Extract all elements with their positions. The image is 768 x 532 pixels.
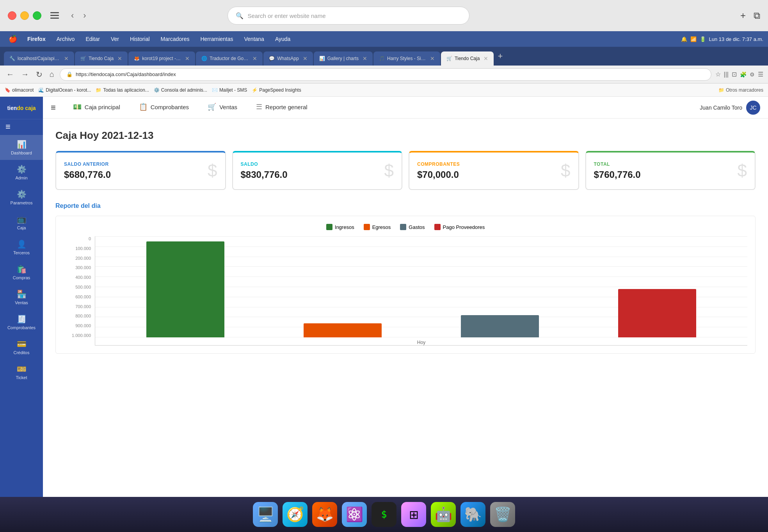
dock-trash[interactable]: 🗑️ — [490, 502, 515, 527]
sidebar-label-parametros: Parametros — [11, 200, 33, 205]
sidebar-item-compras[interactable]: 🛍️ Compras — [0, 260, 43, 285]
menu-archivo[interactable]: Archivo — [52, 34, 80, 44]
minimize-button[interactable] — [20, 11, 29, 20]
tab-5[interactable]: 📊 Gallery | charts ✕ — [314, 51, 373, 66]
user-avatar: JC — [746, 101, 760, 115]
address-input[interactable]: 🔒 https://tiendocaja.com/Caja/dashboard/… — [60, 68, 711, 81]
svg-rect-1 — [50, 15, 59, 16]
home-button[interactable]: ⌂ — [48, 68, 56, 80]
tabs-overview-button[interactable]: ⧉ — [754, 10, 760, 21]
dock-terminal[interactable]: $ — [372, 502, 396, 527]
sidebar-item-ticket[interactable]: 🎫 Ticket — [0, 360, 43, 385]
tab-close-5[interactable]: ✕ — [363, 55, 367, 62]
tab-0[interactable]: 🔧 localhost/Caja/api/repo... ✕ — [4, 51, 74, 66]
dock-postgresql[interactable]: 🐘 — [460, 502, 485, 527]
dock-atom[interactable]: ⚛️ — [342, 502, 367, 527]
sidebar-hamburger[interactable]: ≡ — [0, 119, 43, 134]
sidebar-item-admin[interactable]: ⚙️ Admin — [0, 160, 43, 185]
dock-safari[interactable]: 🧭 — [283, 502, 308, 527]
sidebar-item-comprobantes[interactable]: 🧾 Comprobantes — [0, 310, 43, 335]
tab-close-7[interactable]: ✕ — [484, 55, 488, 62]
tab-7-active[interactable]: 🛒 Tiendo Caja ✕ — [441, 51, 494, 66]
nav-ventas[interactable]: 🛒 Ventas — [198, 97, 247, 118]
reader-mode-icon[interactable]: ||| — [724, 71, 729, 78]
menu-editar[interactable]: Editar — [81, 34, 105, 44]
dock-firefox[interactable]: 🦊 — [312, 502, 337, 527]
card-value-2: $70,000.0 — [417, 169, 460, 180]
nav-comprobantes[interactable]: 📋 Comprobantes — [130, 97, 198, 118]
nav-reporte-general[interactable]: ☰ Reporte general — [247, 97, 317, 118]
bookmark-pagespeed[interactable]: ⚡ PageSpeed Insights — [252, 87, 301, 93]
sidebar-item-caja[interactable]: 📺 Caja — [0, 210, 43, 235]
notification-icon: 🔔 — [681, 36, 687, 42]
comprobantes-nav-icon: 📋 — [139, 103, 148, 111]
chart-legend: Ingresos Egresos Gastos Pago Provee — [64, 224, 747, 230]
menu-firefox[interactable]: Firefox — [23, 34, 50, 44]
legend-label-gastos: Gastos — [409, 224, 425, 230]
terceros-icon: 👤 — [17, 239, 27, 249]
sidebar-item-dashboard[interactable]: 📊 Dashboard — [0, 135, 43, 160]
overflow-icon[interactable]: ☰ — [758, 71, 763, 78]
tab-3[interactable]: 🌐 Traductor de Goog... ✕ — [196, 51, 263, 66]
bookmark-label-2: Todas las aplicacion... — [103, 87, 149, 93]
bookmark-apps[interactable]: 📁 Todas las aplicacion... — [96, 87, 149, 93]
more-icon[interactable]: ⚙ — [750, 71, 755, 78]
bookmark-consola[interactable]: ⚙️ Consola del adminis... — [154, 87, 207, 93]
menu-marcadores[interactable]: Marcadores — [156, 34, 194, 44]
tab-close-1[interactable]: ✕ — [117, 55, 122, 62]
menu-herramientas[interactable]: Herramientas — [196, 34, 238, 44]
picture-in-picture-icon[interactable]: ⊡ — [732, 71, 737, 78]
bookmark-others[interactable]: 📁 Otros marcadores — [718, 87, 763, 93]
legend-label-ingresos: Ingresos — [335, 224, 354, 230]
maximize-button[interactable] — [33, 11, 41, 20]
legend-pago-proveedores: Pago Proveedores — [434, 224, 485, 230]
tab-close-6[interactable]: ✕ — [430, 55, 435, 62]
search-bar[interactable]: 🔍 Search or enter website name — [228, 7, 469, 25]
forward-nav-button[interactable]: → — [20, 68, 30, 80]
bookmark-star-icon[interactable]: ☆ — [715, 71, 721, 78]
tab-close-2[interactable]: ✕ — [185, 55, 190, 62]
hamburger-button[interactable]: ≡ — [51, 103, 56, 113]
dock-launchpad[interactable]: ⊞ — [401, 502, 426, 527]
sidebar-item-terceros[interactable]: 👤 Terceros — [0, 235, 43, 260]
card-label-0: SALDO ANTERIOR — [64, 161, 111, 167]
add-tab-button[interactable]: + — [494, 51, 506, 61]
menu-ver[interactable]: Ver — [106, 34, 124, 44]
chart-section: Reporte del dia Ingresos Egresos — [55, 202, 756, 354]
tab-1[interactable]: 🛒 Tiendo Caja ✕ — [75, 51, 128, 66]
sidebar-item-parametros[interactable]: ⚙️ Parametros — [0, 185, 43, 210]
chart-y-axis: 1.000.000 900.000 800.000 700.000 600.00… — [64, 236, 95, 346]
tab-4[interactable]: 💬 WhatsApp ✕ — [263, 51, 313, 66]
sidebar-item-ventas[interactable]: 🏪 Ventas — [0, 285, 43, 310]
new-tab-button[interactable]: + — [740, 10, 746, 21]
dock-android-studio[interactable]: 🤖 — [431, 502, 456, 527]
tab-favicon-0: 🔧 — [9, 56, 15, 61]
forward-button[interactable]: › — [80, 9, 89, 22]
bookmark-olimacorot[interactable]: 🔖 olimacorot — [5, 87, 34, 93]
back-button[interactable]: ‹ — [68, 9, 77, 22]
tab-close-3[interactable]: ✕ — [252, 55, 257, 62]
tab-close-0[interactable]: ✕ — [64, 55, 69, 62]
nav-caja-principal[interactable]: 💵 Caja principal — [64, 97, 130, 118]
title-bar: ‹ › 🔍 Search or enter website name + ⧉ — [0, 0, 768, 31]
close-button[interactable] — [8, 11, 16, 20]
extensions-icon[interactable]: 🧩 — [740, 71, 747, 78]
menu-historial[interactable]: Historial — [125, 34, 155, 44]
menu-ventana[interactable]: Ventana — [240, 34, 269, 44]
menu-ayuda[interactable]: Ayuda — [270, 34, 295, 44]
sidebar-item-creditos[interactable]: 💳 Créditos — [0, 335, 43, 360]
sidebar-toggle-button[interactable] — [48, 9, 62, 23]
apple-menu[interactable]: 🍎 — [5, 33, 21, 45]
back-nav-button[interactable]: ← — [5, 68, 16, 80]
tab-2[interactable]: 🦊 korot19 project - D... ✕ — [128, 51, 195, 66]
tab-6[interactable]: 🎵 Harry Styles - Sign... ✕ — [373, 51, 440, 66]
dock-finder[interactable]: 🖥️ — [253, 502, 278, 527]
bookmark-digitalocean[interactable]: 🌊 DigitalOcean - korot... — [38, 87, 91, 93]
sidebar-label-ticket: Ticket — [16, 375, 27, 380]
tab-close-4[interactable]: ✕ — [303, 55, 308, 62]
admin-icon: ⚙️ — [17, 165, 27, 174]
legend-label-egresos: Egresos — [372, 224, 391, 230]
reload-button[interactable]: ↻ — [34, 68, 44, 81]
bookmark-label-1: DigitalOcean - korot... — [46, 87, 91, 93]
bookmark-mailjet[interactable]: ✉️ Mailjet - SMS — [212, 87, 247, 93]
